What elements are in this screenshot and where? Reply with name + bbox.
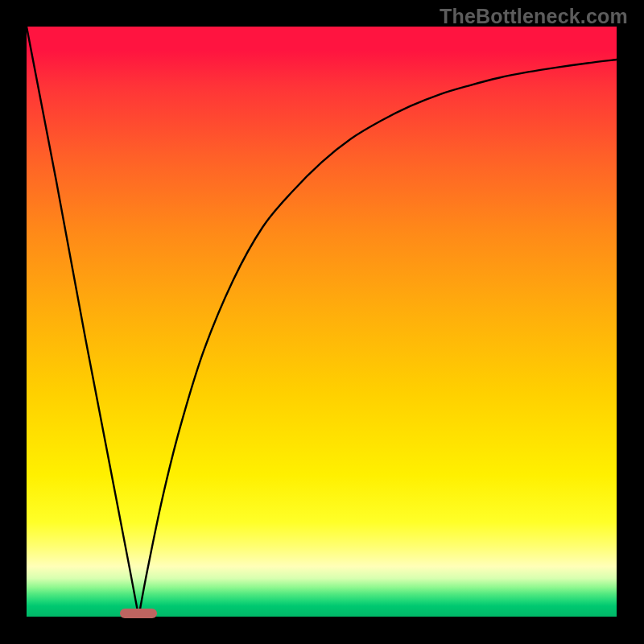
curve-layer — [27, 27, 617, 617]
watermark-text: TheBottleneck.com — [440, 5, 628, 28]
optimal-marker — [120, 609, 157, 618]
bottleneck-curve — [27, 27, 617, 617]
